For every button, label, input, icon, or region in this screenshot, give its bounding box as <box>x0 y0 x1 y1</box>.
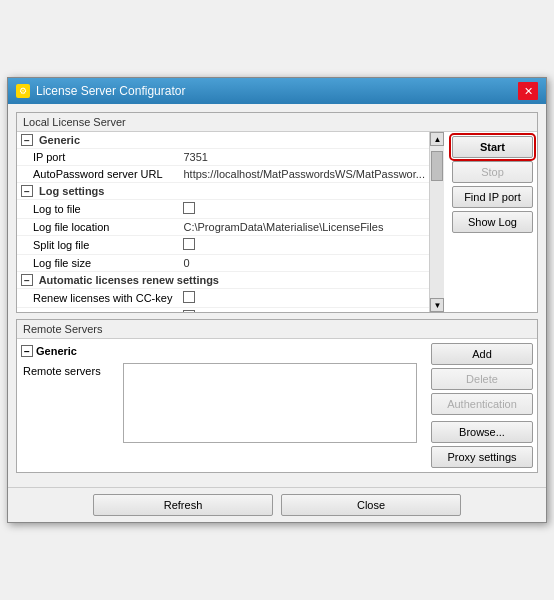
renew-cc-value[interactable] <box>179 289 428 308</box>
ip-port-row: IP port 7351 <box>17 149 429 166</box>
log-location-label: Log file location <box>17 219 179 236</box>
proxy-settings-button[interactable]: Proxy settings <box>431 446 533 468</box>
remote-servers-row: Remote servers <box>21 359 419 447</box>
ip-port-value: 7351 <box>179 149 428 166</box>
auto-group-label: − Automatic licenses renew settings <box>17 272 429 289</box>
renew-cc-label: Renew licenses with CC-key <box>17 289 179 308</box>
settings-table: − Generic IP port 7351 AutoPassword serv… <box>17 132 429 312</box>
autopassword-row: AutoPassword server URL https://localhos… <box>17 166 429 183</box>
log-size-row: Log file size 0 <box>17 255 429 272</box>
collapse-auto-icon[interactable]: − <box>21 274 33 286</box>
split-log-label: Split log file <box>17 236 179 255</box>
local-section-content: − Generic IP port 7351 AutoPassword serv… <box>17 132 537 312</box>
renew-cc-checkbox[interactable] <box>183 291 195 303</box>
tree-scroll-area: − Generic IP port 7351 AutoPassword serv… <box>17 132 444 312</box>
split-log-checkbox[interactable] <box>183 238 195 250</box>
renew-vouch-row: Renew licenses with Vouch... <box>17 308 429 313</box>
log-location-row: Log file location C:\ProgramData\Materia… <box>17 219 429 236</box>
log-group-row: − Log settings <box>17 183 429 200</box>
remote-servers-label: Remote servers <box>23 363 123 377</box>
start-button[interactable]: Start <box>452 136 533 158</box>
renew-cc-row: Renew licenses with CC-key <box>17 289 429 308</box>
log-size-label: Log file size <box>17 255 179 272</box>
authentication-button[interactable]: Authentication <box>431 393 533 415</box>
show-log-button[interactable]: Show Log <box>452 211 533 233</box>
remote-left: − Generic Remote servers <box>17 339 423 472</box>
auto-group-row: − Automatic licenses renew settings <box>17 272 429 289</box>
scroll-thumb[interactable] <box>431 151 443 181</box>
local-section-header: Local License Server <box>17 113 537 132</box>
log-to-file-label: Log to file <box>17 200 179 219</box>
add-button[interactable]: Add <box>431 343 533 365</box>
close-button[interactable]: ✕ <box>518 82 538 100</box>
log-size-value: 0 <box>179 255 428 272</box>
generic-group-row: − Generic <box>17 132 429 149</box>
remote-servers-list[interactable] <box>123 363 417 443</box>
remote-buttons-col: Add Delete Authentication Browse... Prox… <box>427 339 537 472</box>
remote-section-header: Remote Servers <box>17 320 537 339</box>
log-to-file-row: Log to file <box>17 200 429 219</box>
remote-servers-section: Remote Servers − Generic Remote servers … <box>16 319 538 473</box>
renew-vouch-value[interactable] <box>179 308 428 313</box>
title-bar: ⚙ License Server Configurator ✕ <box>8 78 546 104</box>
autopassword-value: https://localhost/MatPasswordsWS/MatPass… <box>179 166 428 183</box>
log-group-label: − Log settings <box>17 183 429 200</box>
renew-vouch-label: Renew licenses with Vouch... <box>17 308 179 313</box>
split-log-value[interactable] <box>179 236 428 255</box>
scroll-container[interactable]: − Generic IP port 7351 AutoPassword serv… <box>17 132 430 312</box>
local-license-section: Local License Server − Generic <box>16 112 538 313</box>
log-to-file-value[interactable] <box>179 200 428 219</box>
find-ip-port-button[interactable]: Find IP port <box>452 186 533 208</box>
stop-button[interactable]: Stop <box>452 161 533 183</box>
main-window: ⚙ License Server Configurator ✕ Local Li… <box>7 77 547 523</box>
title-bar-left: ⚙ License Server Configurator <box>16 84 185 98</box>
log-location-value: C:\ProgramData\Materialise\LicenseFiles <box>179 219 428 236</box>
log-to-file-checkbox[interactable] <box>183 202 195 214</box>
collapse-log-icon[interactable]: − <box>21 185 33 197</box>
refresh-button[interactable]: Refresh <box>93 494 273 516</box>
autopassword-label: AutoPassword server URL <box>17 166 179 183</box>
window-body: Local License Server − Generic <box>8 104 546 487</box>
remote-content: − Generic Remote servers Add Delete Auth… <box>17 339 537 472</box>
collapse-remote-icon[interactable]: − <box>21 345 33 357</box>
scrollbar[interactable]: ▲ ▼ <box>430 132 444 312</box>
split-log-row: Split log file <box>17 236 429 255</box>
remote-generic-header: − Generic <box>21 343 419 359</box>
footer: Refresh Close <box>8 487 546 522</box>
window-title: License Server Configurator <box>36 84 185 98</box>
close-footer-button[interactable]: Close <box>281 494 461 516</box>
generic-group-label: − Generic <box>17 132 429 149</box>
browse-button[interactable]: Browse... <box>431 421 533 443</box>
app-icon: ⚙ <box>16 84 30 98</box>
delete-button[interactable]: Delete <box>431 368 533 390</box>
remote-generic-label: Generic <box>36 345 77 357</box>
renew-vouch-checkbox[interactable] <box>183 310 195 312</box>
local-buttons-col: Start Stop Find IP port Show Log <box>448 132 537 312</box>
ip-port-label: IP port <box>17 149 179 166</box>
scroll-down-button[interactable]: ▼ <box>430 298 444 312</box>
collapse-generic-icon[interactable]: − <box>21 134 33 146</box>
scroll-track <box>430 146 444 298</box>
scroll-up-button[interactable]: ▲ <box>430 132 444 146</box>
